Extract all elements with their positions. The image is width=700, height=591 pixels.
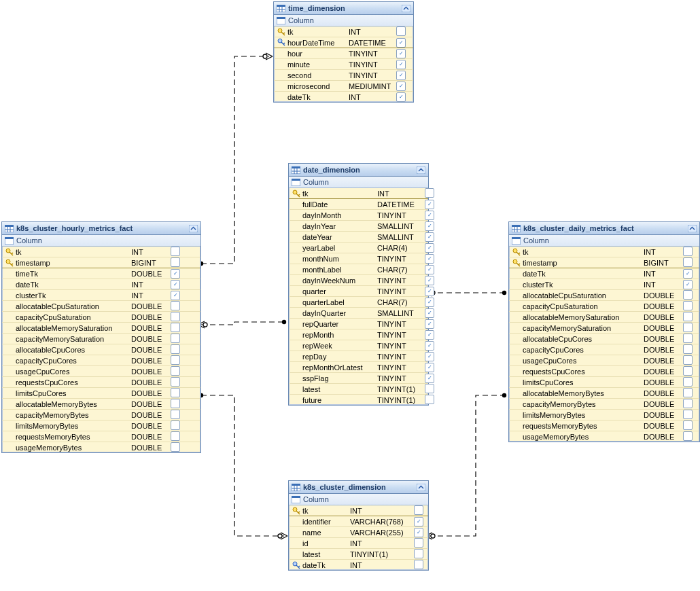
table-title-bar[interactable]: k8s_cluster_daily_metrics_fact [509,222,699,235]
visibility-checkbox[interactable] [683,334,693,343]
column-row[interactable]: repMonthOrLatestTINYINT✓ [289,362,428,373]
visibility-checkbox[interactable] [414,549,423,558]
column-row[interactable]: allocatableCpuCoresDOUBLE [509,334,699,344]
column-row[interactable]: limitsMemoryBytesDOUBLE [2,420,200,431]
visibility-checkbox[interactable] [171,399,180,408]
visibility-checkbox[interactable]: ✓ [425,211,434,220]
column-row[interactable]: timeTkDOUBLE✓ [2,268,200,279]
visibility-checkbox[interactable] [683,257,693,267]
column-row[interactable]: allocatableCpuSaturationDOUBLE [509,290,699,301]
column-row[interactable]: requestsCpuCoresDOUBLE [509,366,699,377]
column-row[interactable]: hourDateTimeDATETIME✓ [274,37,413,48]
column-row[interactable]: dayInWeekNumTINYINT✓ [289,275,428,286]
column-row[interactable]: clusterTkINT✓ [2,290,200,301]
column-row[interactable]: futureTINYINT(1) [289,395,428,405]
column-row[interactable]: repQuarterTINYINT✓ [289,319,428,329]
visibility-checkbox[interactable]: ✓ [425,276,434,285]
visibility-checkbox[interactable] [171,257,180,267]
visibility-checkbox[interactable]: ✓ [425,200,434,209]
visibility-checkbox[interactable] [683,420,693,430]
column-row[interactable]: allocatableMemorySaturationDOUBLE [2,323,200,334]
column-row[interactable]: tkINT [509,247,699,257]
visibility-checkbox[interactable] [683,431,693,441]
column-row[interactable]: allocatableCpuCoresDOUBLE [2,344,200,355]
visibility-checkbox[interactable] [683,323,693,332]
column-row[interactable]: dateTkINT [289,560,428,570]
visibility-checkbox[interactable]: ✓ [396,71,406,80]
column-row[interactable]: monthNumTINYINT✓ [289,253,428,264]
visibility-checkbox[interactable] [171,355,180,365]
column-row[interactable]: repDayTINYINT✓ [289,351,428,362]
table-title-bar[interactable]: date_dimension [289,164,428,177]
column-row[interactable]: quarterTINYINT✓ [289,286,428,297]
visibility-checkbox[interactable]: ✓ [683,269,693,279]
visibility-checkbox[interactable] [171,334,180,343]
column-row[interactable]: dayInMonthTINYINT✓ [289,210,428,221]
visibility-checkbox[interactable]: ✓ [425,330,434,340]
visibility-checkbox[interactable]: ✓ [425,363,434,372]
column-row[interactable]: allocatableMemorySaturationDOUBLE [509,312,699,323]
visibility-checkbox[interactable]: ✓ [425,254,434,264]
visibility-checkbox[interactable] [683,247,693,256]
column-row[interactable]: requestsCpuCoresDOUBLE [2,377,200,388]
column-row[interactable]: dayInQuarterSMALLINT✓ [289,308,428,319]
column-row[interactable]: timestampBIGINT [509,257,699,268]
table-title-bar[interactable]: time_dimension [274,2,413,15]
visibility-checkbox[interactable]: ✓ [171,291,180,300]
column-row[interactable]: monthLabelCHAR(7)✓ [289,264,428,275]
column-row[interactable]: allocatableMemoryBytesDOUBLE [509,388,699,399]
column-row[interactable]: yearLabelCHAR(4)✓ [289,243,428,253]
column-row[interactable]: capacityMemoryBytesDOUBLE [509,399,699,410]
visibility-checkbox[interactable] [171,431,180,441]
visibility-checkbox[interactable]: ✓ [425,265,434,274]
column-row[interactable]: limitsCpuCoresDOUBLE [2,388,200,399]
visibility-checkbox[interactable]: ✓ [414,517,423,526]
table-daily-metrics-fact[interactable]: k8s_cluster_daily_metrics_factColumntkIN… [508,221,700,442]
column-row[interactable]: sspFlagTINYINT✓ [289,373,428,384]
visibility-checkbox[interactable] [425,384,434,393]
visibility-checkbox[interactable] [171,410,180,419]
column-row[interactable]: dateTkINT✓ [274,92,413,102]
visibility-checkbox[interactable] [171,323,180,332]
visibility-checkbox[interactable]: ✓ [425,319,434,329]
visibility-checkbox[interactable]: ✓ [425,341,434,351]
column-row[interactable]: tkINT [289,505,428,516]
visibility-checkbox[interactable]: ✓ [414,528,423,537]
column-row[interactable]: dateTkINT✓ [509,268,699,279]
column-row[interactable]: dateYearSMALLINT✓ [289,232,428,243]
visibility-checkbox[interactable] [414,538,423,548]
visibility-checkbox[interactable] [683,388,693,397]
visibility-checkbox[interactable]: ✓ [425,352,434,361]
visibility-checkbox[interactable]: ✓ [171,280,180,289]
column-row[interactable]: latestTINYINT(1) [289,384,428,395]
visibility-checkbox[interactable]: ✓ [396,82,406,91]
collapse-icon[interactable] [417,484,425,491]
visibility-checkbox[interactable]: ✓ [683,280,693,289]
collapse-icon[interactable] [402,5,410,12]
visibility-checkbox[interactable] [396,26,406,36]
column-row[interactable]: capacityMemorySaturationDOUBLE [509,323,699,334]
table-title-bar[interactable]: k8s_cluster_dimension [289,481,428,494]
visibility-checkbox[interactable] [171,377,180,387]
column-row[interactable]: repMonthTINYINT✓ [289,329,428,340]
column-row[interactable]: allocatableCpuSaturationDOUBLE [2,301,200,312]
visibility-checkbox[interactable]: ✓ [425,221,434,231]
column-row[interactable]: capacityMemoryBytesDOUBLE [2,410,200,420]
visibility-checkbox[interactable] [171,344,180,354]
visibility-checkbox[interactable] [683,355,693,365]
visibility-checkbox[interactable] [683,312,693,321]
column-row[interactable]: repWeekTINYINT✓ [289,340,428,351]
visibility-checkbox[interactable] [171,301,180,310]
column-row[interactable]: tkINT [274,26,413,37]
column-row[interactable]: identifierVARCHAR(768)✓ [289,516,428,527]
collapse-icon[interactable] [688,225,697,232]
visibility-checkbox[interactable] [683,399,693,408]
column-row[interactable]: usageCpuCoresDOUBLE [509,355,699,366]
column-row[interactable]: usageMemoryBytesDOUBLE [2,442,200,452]
collapse-icon[interactable] [417,166,425,174]
column-row[interactable]: capacityMemorySaturationDOUBLE [2,334,200,344]
table-title-bar[interactable]: k8s_cluster_hourly_metrics_fact [2,222,200,235]
visibility-checkbox[interactable] [683,344,693,354]
visibility-checkbox[interactable]: ✓ [171,269,180,279]
column-row[interactable]: limitsMemoryBytesDOUBLE [509,410,699,420]
